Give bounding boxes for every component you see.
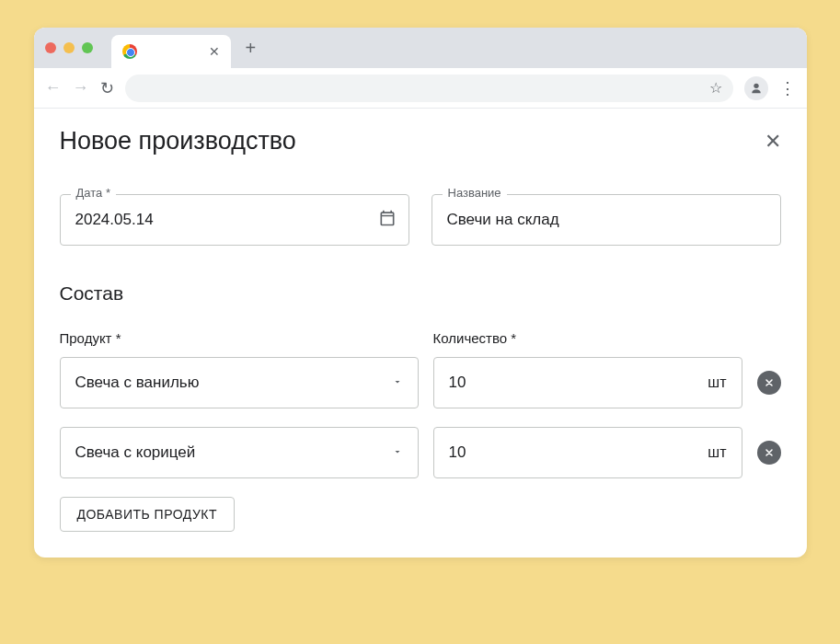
close-dialog-button[interactable]: ✕ xyxy=(765,130,781,154)
tab-strip: ✕ + xyxy=(34,28,807,68)
quantity-field: шт xyxy=(433,357,742,408)
quantity-input[interactable] xyxy=(449,374,708,392)
quantity-input[interactable] xyxy=(449,443,708,462)
minimize-window-button[interactable] xyxy=(63,42,75,53)
chrome-icon xyxy=(122,44,137,59)
product-select-value: Свеча с ванилью xyxy=(75,374,392,392)
browser-toolbar: ← → ↻ ☆ ⋮ xyxy=(34,68,807,109)
remove-row-button[interactable] xyxy=(757,441,781,465)
browser-menu-button[interactable]: ⋮ xyxy=(779,78,796,98)
quantity-column-label: Количество * xyxy=(433,330,781,346)
name-input[interactable] xyxy=(432,194,781,246)
name-field: Название xyxy=(432,194,781,246)
name-label: Название xyxy=(443,186,507,200)
maximize-window-button[interactable] xyxy=(82,42,93,53)
date-field: Дата * xyxy=(60,194,409,246)
chevron-down-icon xyxy=(392,444,403,461)
reload-button[interactable]: ↻ xyxy=(100,78,114,98)
back-button[interactable]: ← xyxy=(45,78,62,98)
chevron-down-icon xyxy=(392,374,403,391)
composition-title: Состав xyxy=(60,282,781,305)
product-select[interactable]: Свеча с ванилью xyxy=(60,357,419,408)
unit-label: шт xyxy=(708,444,726,461)
browser-window: ✕ + ← → ↻ ☆ ⋮ Новое производство ✕ Дата … xyxy=(34,28,807,558)
unit-label: шт xyxy=(708,374,726,391)
column-headers: Продукт * Количество * xyxy=(60,330,781,346)
date-label: Дата * xyxy=(71,186,116,200)
address-bar[interactable]: ☆ xyxy=(125,75,733,102)
page-content: Новое производство ✕ Дата * Название Сос… xyxy=(34,109,807,558)
profile-avatar[interactable] xyxy=(744,76,768,100)
product-select[interactable]: Свеча с корицей xyxy=(60,427,419,478)
tab-close-icon[interactable]: ✕ xyxy=(209,44,220,59)
close-window-button[interactable] xyxy=(45,42,56,53)
date-input[interactable] xyxy=(60,194,409,246)
form-row: Дата * Название xyxy=(60,194,781,246)
window-controls xyxy=(45,42,93,53)
quantity-field: шт xyxy=(433,427,742,478)
product-column-label: Продукт * xyxy=(60,330,419,346)
new-tab-button[interactable]: + xyxy=(246,38,257,59)
product-select-value: Свеча с корицей xyxy=(75,443,392,462)
browser-tab[interactable]: ✕ xyxy=(111,35,231,68)
page-title: Новое производство xyxy=(60,127,296,155)
forward-button[interactable]: → xyxy=(73,78,89,98)
bookmark-icon[interactable]: ☆ xyxy=(709,79,722,97)
composition-row: Свеча с ванилью шт xyxy=(60,357,781,408)
page-header: Новое производство ✕ xyxy=(60,127,781,155)
composition-row: Свеча с корицей шт xyxy=(60,427,781,478)
svg-point-0 xyxy=(754,83,758,87)
add-product-button[interactable]: Добавить продукт xyxy=(60,497,236,532)
remove-row-button[interactable] xyxy=(757,371,781,395)
calendar-icon[interactable] xyxy=(378,209,397,231)
